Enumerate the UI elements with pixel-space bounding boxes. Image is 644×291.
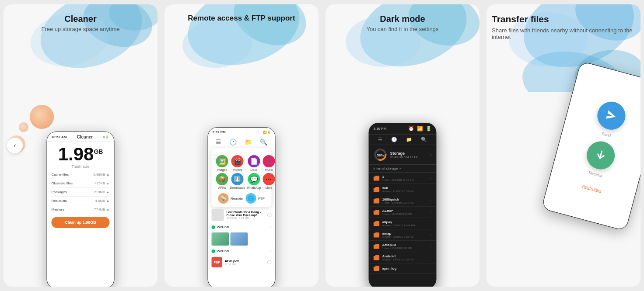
whatsapp-label: WhatsApp [247, 186, 261, 189]
phone-cleaner: 10:52 AM Cleaner ⊕🔋 1.98GB Trash size Ca… [47, 132, 115, 287]
receive-arrow-icon [593, 147, 609, 163]
dark-storage-bar: 56% Storage 30.48 GB / 64.15 GB › [369, 145, 436, 165]
dark-search-icon[interactable]: 🔍 [421, 137, 427, 142]
nav-prev-button[interactable]: ‹ [7, 138, 23, 153]
remote-apks-item[interactable]: 📦 APKs [216, 173, 228, 189]
cleaner-item-packages: Packages 219MB ▲ [52, 188, 110, 197]
cleaner-screen: 10:52 AM Cleaner ⊕🔋 1.98GB Trash size Ca… [47, 132, 114, 287]
dark-wifi-icon: 📶 [417, 126, 423, 132]
folder-info-9: apm_log [382, 267, 432, 270]
pdf-size: 17.58 MB [225, 263, 265, 266]
remote-downloads-item[interactable]: ⬇️ Downloads [230, 173, 245, 189]
cleaner-amount-section: 1.98GB Trash size [47, 145, 114, 169]
remote-images-item[interactable]: 🖼️ Images [216, 155, 228, 171]
remote-music-item[interactable]: 🎵 Music [262, 155, 275, 171]
wechat-label-2: WeChat [217, 249, 269, 253]
folder-info-4: ALIMP 1 item · 13/08/19 8:18 PM [382, 209, 428, 215]
cleaner-item-obsolete: Obsolete files 415KB ▲ [52, 179, 110, 188]
remote-folder-icon[interactable]: 📁 [245, 139, 252, 146]
send-button[interactable] [594, 98, 628, 132]
card-dark-title: Dark mode [380, 14, 425, 24]
cleaner-item-cache-name: Cache files [52, 173, 69, 177]
folder-info-2: 360 0 items · 11/03/19 8:59 PM [382, 186, 428, 193]
ftp-button[interactable]: 🌐 FTP [246, 193, 265, 204]
dark-status-bar: 3:36 PM ⏰ 📶 🔋 [369, 123, 436, 135]
dark-nav-bar: ☰ 🕐 📁 🔍 [369, 135, 436, 145]
cards-container: Cleaner Free up storage space anytime ‹ … [0, 0, 644, 291]
clean-up-button[interactable]: Clean up 1.98GB [52, 217, 110, 228]
dark-screen: 3:36 PM ⏰ 📶 🔋 ☰ 🕐 📁 🔍 [369, 123, 436, 287]
wechat-arrow-2: › [270, 249, 272, 253]
phone-transfer-wrapper: Send Receive Nearby Files [562, 61, 640, 214]
docs-icon: 📄 [248, 155, 260, 167]
chevron-left-icon: ‹ [14, 142, 16, 149]
remote-time: 3:37 PM [213, 130, 226, 134]
receive-label: Receive [588, 170, 603, 178]
dark-folder-4: ALIMP 1 item · 13/08/19 8:18 PM › [369, 207, 436, 218]
folder-icon-2 [374, 187, 380, 192]
receive-button[interactable] [584, 138, 618, 172]
card-cleaner: Cleaner Free up storage space anytime ‹ … [4, 4, 158, 287]
dark-folder-1: 1 1 item · 19/09/18 11:16 PM › [369, 173, 436, 184]
remote-whatsapp-item[interactable]: 💬 WhatsApp [247, 173, 261, 189]
card-remote-title: Remote access & FTP support [183, 14, 299, 23]
more-icon: ⋯ [262, 173, 275, 185]
folder-icon-9 [374, 266, 380, 271]
cleaner-item-cache-val: 0.98GB ▲ [93, 173, 109, 177]
remote-grid-popup: 🖼️ Images 🎬 Videos 📄 Docs [212, 148, 272, 207]
dark-clock-icon[interactable]: 🕐 [391, 137, 397, 142]
wechat-header-2: WeChat › [208, 247, 275, 255]
cleaner-item-residuals-val: 4.6MB ▲ [95, 199, 109, 203]
nearby-files-link[interactable]: Nearby Files [582, 184, 602, 193]
storage-arrow: › [430, 153, 432, 157]
card-transfer-subtitle: Share files with friends nearby without … [492, 27, 635, 40]
cleaner-item-packages-val: 219MB ▲ [94, 190, 110, 194]
remote-row: 📡 Remote 🌐 FTP [214, 191, 270, 205]
more-label: More [265, 186, 272, 189]
dark-folder-6: amap 3 items · 28/09/19 3:20 PM › [369, 229, 436, 241]
remote-status-bar: 3:37 PM 📶🔋 [208, 128, 275, 136]
phone-remote: 3:37 PM 📶🔋 ☰ 🕐 📁 🔍 🖼️ [208, 127, 276, 287]
phone-dark-device: 3:36 PM ⏰ 📶 🔋 ☰ 🕐 📁 🔍 [369, 123, 437, 287]
folder-icon-7 [374, 244, 380, 249]
remote-search-icon[interactable]: 🔍 [260, 139, 267, 146]
phone-remote-device: 3:37 PM 📶🔋 ☰ 🕐 📁 🔍 🖼️ [208, 127, 276, 287]
remote-button[interactable]: 📡 Remote [218, 193, 243, 204]
card-transfer: Transfer files Share files with friends … [486, 4, 640, 287]
dark-folder-active-icon[interactable]: 📁 [406, 137, 412, 142]
cleaner-item-memory-val: 774MB ▲ [94, 208, 110, 211]
remote-icon-grid: 🖼️ Images 🎬 Videos 📄 Docs [214, 152, 270, 191]
wechat-images [208, 231, 275, 247]
remote-connect-icon: 📡 [218, 193, 229, 204]
cleaner-trash-label: Trash size [47, 164, 114, 169]
remote-videos-item[interactable]: 🎬 Videos [230, 155, 245, 171]
folder-icon-4 [374, 210, 380, 215]
wechat-dot-2 [212, 249, 215, 253]
card-dark-subtitle: You can find it in the settings [366, 26, 438, 32]
decoration-circle-medium [19, 122, 28, 132]
folder-arrow-4: › [430, 210, 432, 214]
dark-hamburger-icon[interactable]: ☰ [378, 137, 382, 142]
ftp-label: FTP [258, 197, 265, 201]
music-select-circle [267, 213, 272, 217]
send-arrow-icon [603, 107, 620, 124]
folder-icon-8 [374, 255, 380, 260]
card-transfer-title: Transfer files [492, 14, 635, 24]
folder-icon-1 [374, 176, 380, 181]
remote-menu-icon[interactable]: ☰ [216, 139, 221, 146]
phone-dark: 3:36 PM ⏰ 📶 🔋 ☰ 🕐 📁 🔍 [369, 123, 437, 287]
send-label: Send [601, 131, 611, 138]
remote-more-item[interactable]: ⋯ More [262, 173, 275, 189]
remote-clock-icon[interactable]: 🕐 [229, 139, 237, 146]
music-thumb [212, 209, 224, 221]
wechat-header: WeChat › [208, 223, 275, 231]
pdf-select-circle [267, 260, 272, 264]
folder-arrow-7: › [430, 244, 432, 248]
videos-icon: 🎬 [231, 155, 244, 167]
docs-label: Docs [250, 168, 257, 171]
dark-battery-icon: 🔋 [426, 126, 432, 132]
remote-docs-item[interactable]: 📄 Docs [247, 155, 261, 171]
cleaner-item-memory-name: Memory [52, 208, 64, 211]
dark-alarm-icon: ⏰ [408, 126, 414, 132]
folder-arrow-8: › [430, 256, 432, 260]
